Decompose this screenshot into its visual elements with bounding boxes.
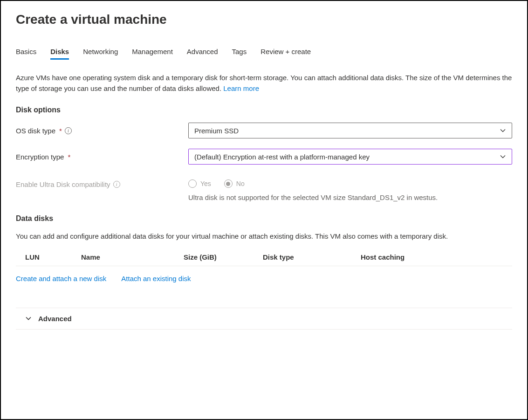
encryption-type-label: Encryption type [16, 153, 64, 161]
tab-disks[interactable]: Disks [50, 48, 69, 60]
chevron-down-icon [500, 127, 506, 134]
os-disk-type-dropdown[interactable]: Premium SSD [188, 123, 512, 138]
chevron-down-icon [25, 315, 32, 322]
encryption-type-value: (Default) Encryption at-rest with a plat… [194, 153, 370, 161]
ultra-disk-no-label: No [236, 180, 245, 187]
ultra-disk-label: Enable Ultra Disk compatibility [16, 180, 110, 188]
required-indicator: * [68, 153, 70, 161]
info-icon[interactable]: i [113, 181, 120, 188]
tab-basics[interactable]: Basics [16, 48, 36, 60]
tab-review-create[interactable]: Review + create [261, 48, 311, 60]
disk-options-heading: Disk options [16, 106, 512, 114]
column-size: Size (GiB) [184, 253, 263, 261]
os-disk-type-label: OS disk type [16, 127, 55, 135]
column-disk-type: Disk type [263, 253, 361, 261]
required-indicator: * [59, 127, 62, 135]
data-disks-description: You can add and configure additional dat… [16, 231, 512, 242]
advanced-expander[interactable]: Advanced [16, 308, 512, 330]
ultra-disk-helper: Ultra disk is not supported for the sele… [188, 193, 512, 201]
tab-advanced[interactable]: Advanced [187, 48, 218, 60]
info-icon[interactable]: i [65, 127, 72, 134]
column-lun: LUN [25, 253, 81, 261]
data-disks-table-header: LUN Name Size (GiB) Disk type Host cachi… [16, 249, 512, 266]
tab-bar: Basics Disks Networking Management Advan… [16, 48, 512, 60]
encryption-type-dropdown[interactable]: (Default) Encryption at-rest with a plat… [188, 149, 512, 165]
column-host-caching: Host caching [361, 253, 512, 261]
os-disk-type-value: Premium SSD [194, 127, 239, 135]
ultra-disk-yes-label: Yes [200, 180, 211, 187]
data-disks-heading: Data disks [16, 214, 512, 223]
tab-networking[interactable]: Networking [83, 48, 118, 60]
ultra-disk-radio-group: Yes No [188, 179, 512, 188]
create-disk-link[interactable]: Create and attach a new disk [16, 275, 106, 282]
intro-body: Azure VMs have one operating system disk… [16, 74, 512, 92]
ultra-disk-no-radio: No [224, 179, 245, 188]
column-name: Name [81, 253, 184, 261]
tab-tags[interactable]: Tags [232, 48, 247, 60]
attach-disk-link[interactable]: Attach an existing disk [121, 275, 191, 282]
advanced-expander-label: Advanced [38, 315, 72, 323]
tab-management[interactable]: Management [132, 48, 173, 60]
page-title: Create a virtual machine [16, 12, 512, 27]
learn-more-link[interactable]: Learn more [223, 84, 259, 92]
chevron-down-icon [500, 153, 506, 160]
ultra-disk-yes-radio: Yes [188, 179, 211, 188]
intro-text: Azure VMs have one operating system disk… [16, 73, 512, 94]
